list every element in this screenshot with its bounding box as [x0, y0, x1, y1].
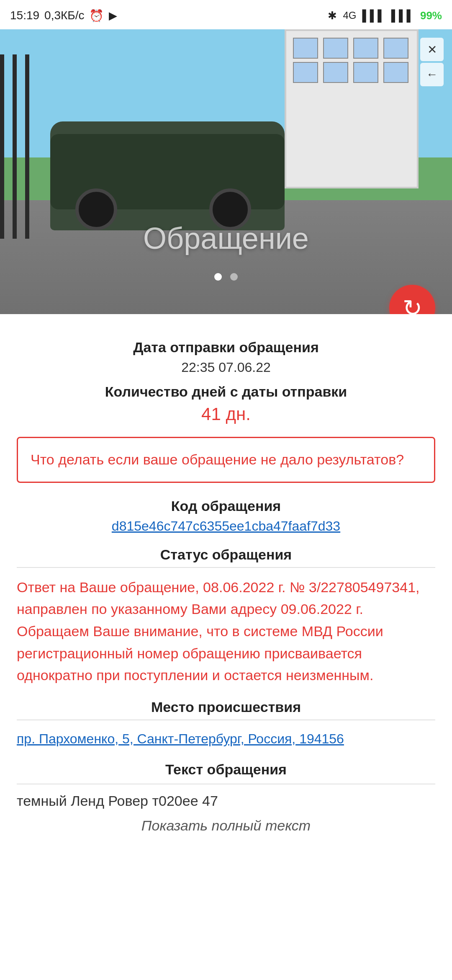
hero-fence	[0, 54, 33, 239]
hero-window	[353, 38, 378, 59]
battery-indicator: 99%	[420, 9, 442, 22]
place-link[interactable]: пр. Пархоменко, 5, Санкт-Петербург, Росс…	[17, 729, 435, 749]
hero-window	[323, 62, 348, 83]
status-bar-right: ✱ 4G ▌▌▌ ▌▌▌ 99%	[328, 9, 442, 22]
divider-1	[17, 567, 435, 568]
refresh-icon: ↻	[403, 294, 422, 315]
status-time: 15:19	[10, 9, 39, 22]
status-network-speed: 0,3КБ/с	[44, 9, 84, 22]
hero-window	[293, 38, 318, 59]
hero-window	[383, 38, 408, 59]
alarm-icon: ⏰	[89, 9, 104, 23]
send-date-value: 22:35 07.06.22	[17, 360, 435, 375]
main-content: Дата отправки обращения 22:35 07.06.22 К…	[0, 314, 452, 867]
alert-text: Что делать если ваше обращение не дало р…	[31, 450, 421, 470]
hero-overlay-title: Обращение	[0, 221, 452, 255]
back-button[interactable]: ←	[420, 63, 444, 86]
youtube-icon: ▶	[109, 9, 117, 22]
status-bar: 15:19 0,3КБ/с ⏰ ▶ ✱ 4G ▌▌▌ ▌▌▌ 99%	[0, 0, 452, 29]
divider-3	[17, 784, 435, 784]
bluetooth-icon: ✱	[328, 9, 337, 22]
status-text-value: Ответ на Ваше обращение, 08.06.2022 г. №…	[17, 576, 435, 686]
hero-dot-1	[214, 273, 222, 281]
appeal-text-value: темный Ленд Ровер т020ее 47	[17, 793, 435, 809]
hero-image-container: Обращение ✕ ← ↻	[0, 29, 452, 314]
divider-2	[17, 720, 435, 720]
days-count-value: 41 дн.	[17, 404, 435, 424]
network-4g-label: 4G	[343, 10, 356, 21]
signal-bars-icon: ▌▌▌	[362, 9, 385, 22]
show-more-button[interactable]: Показать полный текст	[17, 818, 435, 834]
place-label: Место происшествия	[17, 699, 435, 715]
hero-building-windows	[286, 31, 417, 90]
code-link[interactable]: d815e46c747c6355ee1cba47faaf7d33	[17, 518, 435, 534]
appeal-text-label: Текст обращения	[17, 761, 435, 778]
send-date-label: Дата отправки обращения	[17, 339, 435, 356]
signal-bars2-icon: ▌▌▌	[391, 9, 414, 22]
hero-dot-2	[230, 273, 238, 281]
hero-dots-indicator	[0, 273, 452, 281]
code-label: Код обращения	[17, 498, 435, 514]
hero-window	[383, 62, 408, 83]
hero-window	[353, 62, 378, 83]
hero-window	[323, 38, 348, 59]
status-bar-left: 15:19 0,3КБ/с ⏰ ▶	[10, 9, 117, 23]
hero-building	[285, 29, 419, 188]
close-button[interactable]: ✕	[420, 38, 444, 61]
alert-box[interactable]: Что делать если ваше обращение не дало р…	[17, 437, 435, 483]
hero-window	[293, 62, 318, 83]
status-label: Статус обращения	[17, 547, 435, 563]
hero-car	[50, 121, 285, 230]
days-count-label: Количество дней с даты отправки	[17, 384, 435, 400]
